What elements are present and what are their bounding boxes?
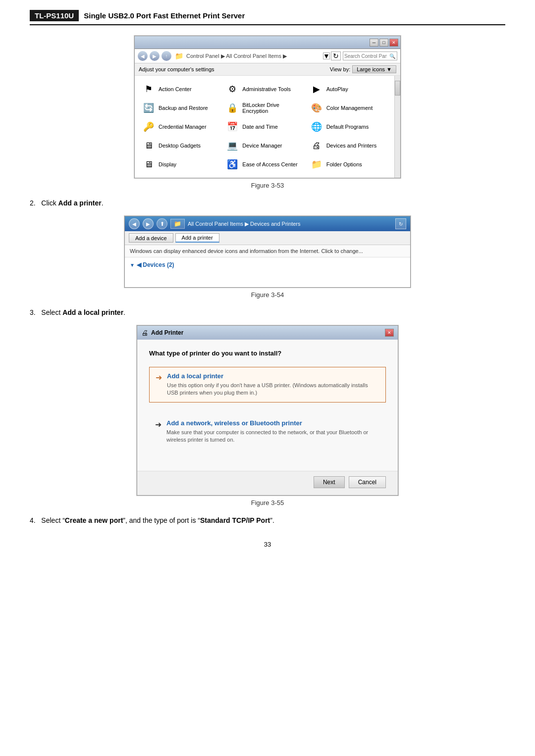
page-number: 33 — [30, 541, 505, 548]
cp-item-default-programs[interactable]: 🌐Default Programs — [307, 117, 390, 136]
maximize-button[interactable]: □ — [379, 39, 388, 47]
cp-item-icon: 🔒 — [225, 101, 239, 115]
step-2-text: Click — [41, 199, 58, 207]
cp-item-icon: 📅 — [225, 120, 239, 134]
back-button[interactable]: ◀ — [138, 51, 148, 61]
cp-item-credential-manager[interactable]: 🔑Credential Manager — [139, 117, 222, 136]
cp-item-label: Device Manager — [242, 143, 282, 149]
cp-item-icon: ⚙ — [225, 82, 239, 96]
up-button[interactable]: ↑ — [161, 51, 171, 61]
dp-folder-icon: 📁 — [170, 219, 185, 229]
local-printer-content: Add a local printer Use this option only… — [167, 372, 379, 397]
cp-scrollbar[interactable] — [394, 76, 400, 178]
dp-forward-button[interactable]: ▶ — [143, 218, 154, 229]
cp-item-device-manager[interactable]: 💻Device Manager — [222, 136, 306, 155]
cp-item-color-management[interactable]: 🎨Color Management — [307, 99, 390, 117]
cp-item-action-center[interactable]: ⚑Action Center — [139, 80, 222, 99]
close-button[interactable]: ✕ — [389, 39, 398, 47]
network-printer-option[interactable]: ➜ Add a network, wireless or Bluetooth p… — [149, 414, 386, 449]
cp-item-icon: 🖥 — [142, 139, 156, 152]
cp-item-icon: 💻 — [225, 139, 239, 152]
cp-item-autoplay[interactable]: ▶AutoPlay — [307, 80, 390, 99]
ap-title-text: Add Printer — [151, 329, 382, 336]
dp-info-bar: Windows can display enhanced device icon… — [125, 245, 410, 257]
cp-item-icon: 🖥 — [142, 157, 156, 171]
network-printer-title: Add a network, wireless or Bluetooth pri… — [166, 419, 380, 427]
cp-item-icon: 🌐 — [310, 120, 323, 134]
ap-close-button[interactable]: ✕ — [385, 329, 394, 337]
step-3-suffix: . — [123, 308, 125, 316]
dp-titlebar: ◀ ▶ ⬆ 📁 All Control Panel Items ▶ Device… — [125, 216, 410, 231]
forward-button[interactable]: ▶ — [150, 51, 160, 61]
figure-53-caption: Figure 3-53 — [30, 182, 505, 189]
cp-item-label: BitLocker Drive Encryption — [242, 102, 303, 114]
page-header: TL-PS110U Single USB2.0 Port Fast Ethern… — [30, 10, 505, 25]
view-dropdown[interactable]: ▼ — [323, 52, 330, 59]
collapse-arrow-icon: ▼ — [130, 262, 135, 268]
step-2-bold: Add a printer — [58, 199, 102, 207]
product-model: TL-PS110U — [30, 10, 79, 21]
cp-item-desktop-gadgets[interactable]: 🖥Desktop Gadgets — [139, 136, 222, 155]
cp-item-label: Credential Manager — [159, 124, 207, 130]
network-printer-content: Add a network, wireless or Bluetooth pri… — [166, 419, 380, 444]
figure-54-caption: Figure 3-54 — [30, 291, 505, 299]
minimize-button[interactable]: ─ — [370, 39, 378, 47]
search-input[interactable] — [343, 52, 388, 60]
cancel-button[interactable]: Cancel — [349, 476, 386, 488]
ap-footer: Next Cancel — [137, 471, 398, 495]
figure-54-container: ◀ ▶ ⬆ 📁 All Control Panel Items ▶ Device… — [124, 215, 411, 288]
cp-item-ease-of-access-center[interactable]: ♿Ease of Access Center — [222, 155, 306, 174]
figure-55-caption: Figure 3-55 — [30, 499, 505, 506]
add-printer-button[interactable]: Add a printer — [175, 233, 219, 243]
cp-item-label: Color Management — [326, 105, 373, 111]
refresh-button[interactable]: ↻ — [331, 51, 341, 60]
cp-item-icon: 📁 — [310, 157, 323, 171]
add-device-button[interactable]: Add a device — [129, 233, 173, 243]
cp-item-display[interactable]: 🖥Display — [139, 155, 222, 174]
figure-55-container: 🖨 Add Printer ✕ What type of printer do … — [136, 325, 399, 496]
cp-item-label: Action Center — [159, 86, 192, 92]
dp-refresh-button[interactable]: ↻ — [395, 218, 406, 229]
cp-item-backup-and-restore[interactable]: 🔄Backup and Restore — [139, 99, 222, 117]
step-3-text: Select — [41, 308, 62, 316]
step-4: 4. Select “Create a new port”, and the t… — [30, 515, 505, 526]
control-panel-window: ─ □ ✕ ◀ ▶ ↑ 📁 Control Panel ▶ All Contro… — [134, 36, 401, 178]
cp-item-label: Desktop Gadgets — [159, 143, 201, 149]
network-printer-desc: Make sure that your computer is connecte… — [166, 429, 380, 444]
dp-up-button[interactable]: ⬆ — [157, 218, 167, 229]
dp-back-button[interactable]: ◀ — [129, 218, 140, 229]
dp-window: ◀ ▶ ⬆ 📁 All Control Panel Items ▶ Device… — [124, 216, 411, 288]
viewby-button[interactable]: Large icons ▼ — [352, 65, 396, 73]
cp-item-label: Date and Time — [242, 124, 278, 130]
printer-icon: 🖨 — [141, 329, 148, 337]
next-button[interactable]: Next — [314, 476, 345, 488]
local-printer-option[interactable]: ➜ Add a local printer Use this option on… — [149, 367, 386, 403]
cp-grid: ⚑Action Center⚙Administrative Tools▶Auto… — [135, 76, 394, 178]
local-printer-arrow-icon: ➜ — [156, 373, 162, 382]
local-printer-title: Add a local printer — [167, 372, 379, 380]
dp-toolbar: Add a device Add a printer — [125, 231, 410, 245]
cp-item-folder-options[interactable]: 📁Folder Options — [307, 155, 390, 174]
cp-item-devices-and-printers[interactable]: 🖨Devices and Printers — [307, 136, 390, 155]
step-2-suffix: . — [102, 199, 104, 207]
cp-content-area: ⚑Action Center⚙Administrative Tools▶Auto… — [135, 76, 400, 178]
adjust-text: Adjust your computer's settings — [139, 66, 214, 72]
step-2: 2. Click Add a printer. — [30, 198, 505, 208]
ap-titlebar: 🖨 Add Printer ✕ — [137, 326, 398, 340]
cp-item-label: Backup and Restore — [159, 105, 208, 111]
step-4-number: 4. — [30, 516, 36, 524]
step-4-end: ”. — [270, 516, 274, 524]
cp-item-date-and-time[interactable]: 📅Date and Time — [222, 117, 306, 136]
product-description: Single USB2.0 Port Fast Ethernet Print S… — [84, 11, 245, 20]
dp-content: ▼ ◀ Devices (2) — [125, 257, 410, 287]
viewby-label: View by: — [330, 66, 350, 72]
search-container[interactable]: 🔍 — [343, 51, 397, 60]
cp-item-administrative-tools[interactable]: ⚙Administrative Tools — [222, 80, 306, 99]
step-4-mid: ”, and the type of port is “ — [123, 516, 200, 524]
cp-addressbar: ◀ ▶ ↑ 📁 Control Panel ▶ All Control Pane… — [135, 49, 400, 63]
step-4-bold2: Standard TCP/IP Port — [200, 516, 270, 524]
viewby-container: View by: Large icons ▼ — [330, 65, 396, 73]
cp-item-icon: ▶ — [310, 82, 323, 96]
cp-item-bitlocker-drive-encryption[interactable]: 🔒BitLocker Drive Encryption — [222, 99, 306, 117]
cp-item-label: AutoPlay — [326, 86, 348, 92]
